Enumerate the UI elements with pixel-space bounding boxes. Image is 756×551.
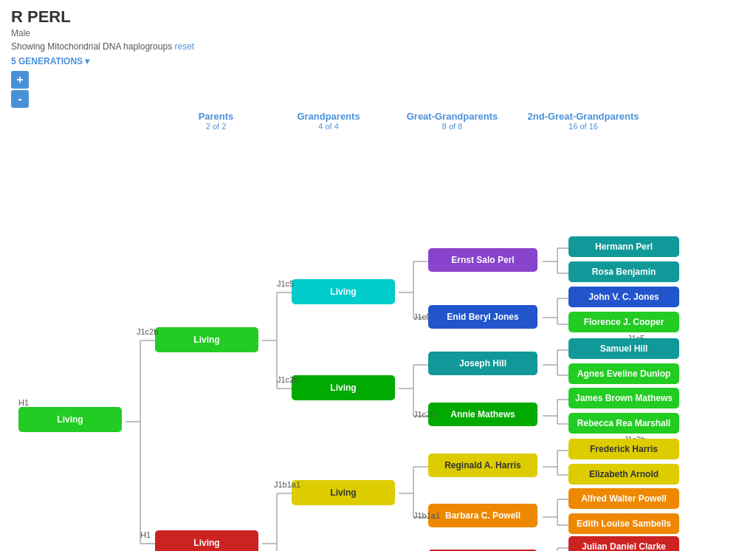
node-gp3[interactable]: Living (292, 480, 395, 505)
node-sggp9[interactable]: Frederick Harris (568, 439, 679, 459)
hap-ggp6: J1b1a1 (413, 511, 440, 520)
node-gp1[interactable]: Living (292, 279, 395, 304)
node-ggp6[interactable]: Barbara C. Powell (428, 504, 537, 527)
hap-parent-f: H1 (140, 530, 151, 539)
node-sggp6[interactable]: Agnes Eveline Dunlop (568, 363, 679, 384)
hap-gp1: J1c5 (277, 279, 294, 288)
node-ggp5[interactable]: Reginald A. Harris (428, 454, 537, 477)
reset-link[interactable]: reset (174, 41, 194, 52)
node-sggp4[interactable]: Florence J. Cooper (568, 312, 679, 332)
zoom-controls: + - (11, 71, 745, 108)
tree-area: Living H1 Living J1c2b Living H1 Living … (11, 134, 745, 551)
hap-root: H1 (18, 398, 29, 407)
col-header-parents: Parents 2 of 2 (162, 111, 269, 131)
col-header-2ggp: 2nd-Great-Grandparents 16 of 16 (517, 111, 650, 131)
hap-ggp2: J1c5 (413, 312, 430, 321)
hap-gp3: J1b1a1 (274, 480, 300, 489)
hap-gp2: J1c2b (277, 375, 298, 384)
node-sggp5[interactable]: Samuel Hill (568, 338, 679, 359)
page: R PERL Male Showing Mitochondrial DNA ha… (0, 0, 756, 551)
node-sggp10[interactable]: Elizabeth Arnold (568, 464, 679, 485)
page-title: R PERL (11, 7, 745, 27)
chevron-down-icon: ▾ (85, 56, 89, 66)
node-ggp4[interactable]: Annie Mathews (428, 403, 537, 426)
node-ggp3[interactable]: Joseph Hill (428, 352, 537, 375)
node-sggp2[interactable]: Rosa Benjamin (568, 261, 679, 282)
node-sggp12[interactable]: Edith Louise Sambells (568, 513, 679, 534)
node-ggp2[interactable]: Enid Beryl Jones (428, 305, 537, 329)
gender-label: Male (11, 28, 745, 38)
node-sggp8[interactable]: Rebecca Rea Marshall (568, 413, 679, 434)
node-gp2[interactable]: Living (292, 375, 395, 400)
col-header-grandparents: Grandparents 4 of 4 (269, 111, 388, 131)
generations-control: 5 GENERATIONS ▾ (11, 56, 745, 66)
column-headers-top: Parents 2 of 2 Grandparents 4 of 4 Great… (162, 111, 745, 131)
node-sggp13[interactable]: Julian Daniel Clarke (568, 536, 679, 551)
node-sggp3[interactable]: John V. C. Jones (568, 287, 679, 307)
node-sggp11[interactable]: Alfred Walter Powell (568, 488, 679, 509)
node-root[interactable]: Living (18, 407, 122, 432)
node-sggp1[interactable]: Hermann Perl (568, 236, 679, 257)
zoom-in-button[interactable]: + (11, 71, 29, 89)
node-ggp1[interactable]: Ernst Salo Perl (428, 248, 537, 272)
node-parent-m[interactable]: Living (155, 327, 258, 352)
hap-ggp4: J1c2b (413, 410, 435, 419)
zoom-out-button[interactable]: - (11, 90, 29, 108)
hap-parent-m: J1c2b (137, 327, 158, 336)
col-header-ggp: Great-Grandparents 8 of 8 (388, 111, 517, 131)
node-parent-f[interactable]: Living (155, 530, 258, 551)
node-sggp7[interactable]: James Brown Mathews (568, 388, 679, 408)
generations-label[interactable]: 5 GENERATIONS ▾ (11, 56, 89, 66)
haplogroup-text: Showing Mitochondrial DNA haplogroups (11, 41, 172, 52)
